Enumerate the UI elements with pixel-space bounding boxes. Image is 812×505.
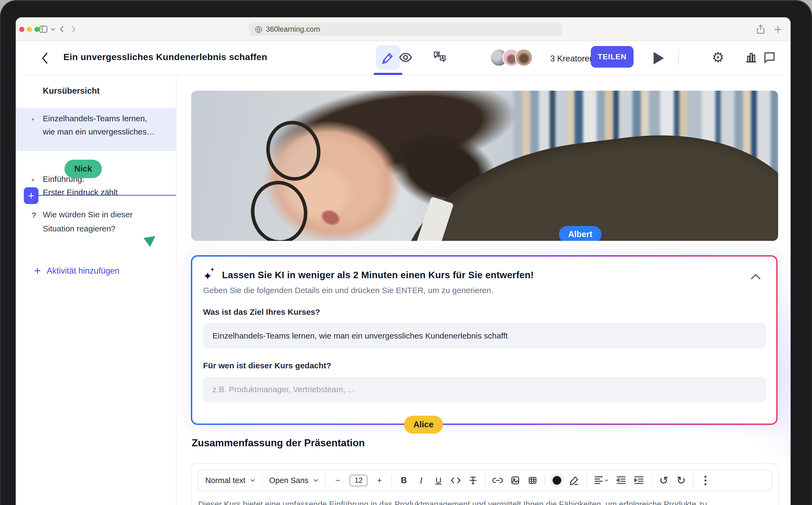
highlight-button[interactable]	[569, 473, 580, 487]
goal-input[interactable]	[203, 323, 766, 349]
insert-image-button[interactable]	[510, 473, 521, 487]
increase-font-size-button[interactable]: +	[374, 473, 385, 487]
course-title: Ein unvergessliches Kundenerlebnis schaf…	[63, 52, 267, 62]
decrease-font-size-button[interactable]: −	[332, 473, 343, 487]
collaborator-cursor-albert: Albert	[559, 226, 601, 241]
header-divider	[678, 50, 679, 65]
new-tab-icon[interactable]	[772, 24, 784, 35]
avatar	[515, 49, 533, 66]
creator-avatars[interactable]	[490, 49, 533, 66]
play-button[interactable]	[654, 52, 664, 64]
sparkle-icon: ✦✦	[203, 269, 215, 281]
collapse-panel-button[interactable]	[750, 273, 761, 280]
tab-preview-mode[interactable]	[396, 48, 415, 67]
course-header: Ein unvergessliches Kundenerlebnis schaf…	[16, 41, 791, 75]
presentation-summary-text[interactable]: Dieser Kurs bietet eine umfassende Einfü…	[198, 498, 764, 505]
minimize-window-button[interactable]	[27, 27, 32, 32]
browser-window: 360learning.com Ein unvergessliches Kund…	[16, 17, 791, 505]
collaborator-cursor-alice: Alice	[404, 416, 443, 434]
underline-button[interactable]: U	[433, 473, 444, 487]
back-nav-icon[interactable]	[57, 24, 68, 35]
paragraph-style-select[interactable]: Normal text	[205, 476, 256, 485]
chevron-down-icon[interactable]	[50, 27, 56, 31]
bold-button[interactable]: B	[398, 473, 409, 487]
creators-count: 3 Kreatoren	[550, 54, 594, 63]
collaborator-cursor-nick: Nick	[64, 160, 102, 178]
ai-panel-subtitle: Geben Sie die folgenden Details ein und …	[203, 286, 766, 295]
highlighter-icon	[569, 475, 580, 486]
section-title: Zusammenfassung der Präsentation	[192, 437, 365, 449]
table-icon	[527, 475, 538, 486]
color-swatch	[553, 476, 561, 485]
ai-course-generator-panel: ✦✦ Lassen Sie KI in weniger als 2 Minute…	[191, 255, 778, 425]
comments-button[interactable]	[760, 48, 779, 67]
chevron-up-icon	[750, 273, 761, 280]
ai-panel-title: Lassen Sie KI in weniger als 2 Minuten e…	[222, 270, 534, 280]
360learning-app: Ein unvergessliches Kundenerlebnis schaf…	[16, 41, 791, 505]
tab-overview-icon[interactable]	[789, 24, 791, 35]
bullet-icon: •	[31, 115, 34, 124]
indent-icon	[633, 476, 645, 485]
content-layout: Kursübersicht • Einzelhandels-Teams lern…	[16, 76, 791, 505]
address-bar[interactable]: 360learning.com	[249, 23, 562, 36]
align-left-icon	[593, 476, 604, 485]
text-color-button[interactable]	[552, 473, 562, 487]
italic-button[interactable]: I	[416, 473, 426, 487]
course-editor-main: Albert ✦✦ Lassen Sie KI in weniger als 2…	[176, 76, 791, 505]
insert-position-line	[38, 195, 176, 196]
redo-button[interactable]: ↻	[676, 473, 686, 487]
strikethrough-button[interactable]	[467, 473, 479, 487]
font-size-value[interactable]: 12	[350, 475, 368, 486]
indent-button[interactable]	[633, 473, 645, 487]
align-select[interactable]	[593, 473, 609, 487]
translate-button[interactable]	[430, 48, 449, 67]
translate-icon	[432, 50, 447, 65]
chevron-down-icon	[313, 479, 319, 482]
audience-field-label: Für wen ist dieser Kurs gedacht?	[203, 361, 766, 370]
device-bezel: 360learning.com Ein unvergessliches Kund…	[0, 0, 812, 505]
browser-toolbar: 360learning.com	[16, 17, 791, 41]
eye-icon	[398, 50, 413, 65]
rich-text-editor: Normal text Open Sans − 12 + B	[191, 463, 779, 505]
share-icon[interactable]	[756, 24, 767, 35]
url-text: 360learning.com	[266, 25, 320, 33]
question-mark-icon: ?	[31, 210, 36, 220]
outdent-button[interactable]	[616, 473, 627, 487]
chevron-down-icon	[604, 479, 609, 482]
insert-activity-button[interactable]: +	[24, 187, 38, 204]
editor-toolbar: Normal text Open Sans − 12 + B	[197, 470, 772, 491]
back-icon[interactable]	[41, 51, 50, 65]
sidebar-heading: Kursübersicht	[43, 86, 100, 96]
outdent-icon	[616, 476, 627, 485]
code-icon	[450, 476, 461, 485]
add-activity-button[interactable]: + Aktivität hinzufügen	[34, 265, 119, 277]
insert-table-button[interactable]	[527, 473, 538, 487]
audience-input[interactable]	[203, 377, 766, 402]
link-icon	[492, 476, 503, 485]
chevron-down-icon	[250, 479, 256, 482]
course-outline-sidebar: Kursübersicht • Einzelhandels-Teams lern…	[16, 76, 176, 505]
code-button[interactable]	[450, 473, 461, 487]
comment-icon	[763, 51, 776, 64]
sidebar-toggle-icon[interactable]	[38, 24, 49, 35]
forward-nav-icon[interactable]	[68, 24, 79, 35]
share-course-button[interactable]: TEILEN	[591, 46, 634, 68]
cursor-pointer-icon	[143, 236, 155, 247]
close-window-button[interactable]	[19, 27, 24, 32]
plus-icon: +	[34, 265, 41, 277]
active-tab-indicator	[374, 73, 402, 75]
settings-button[interactable]: ⚙	[708, 48, 728, 67]
globe-icon	[255, 25, 263, 33]
gear-icon: ⚙	[712, 50, 724, 64]
font-family-select[interactable]: Open Sans	[269, 476, 319, 485]
bar-chart-icon	[744, 51, 758, 64]
sidebar-item-label[interactable]: Einzelhandels-Teams lernen, wie man ein …	[43, 112, 155, 138]
link-button[interactable]	[492, 473, 503, 487]
undo-button[interactable]: ↺	[658, 473, 669, 487]
more-options-button[interactable]	[700, 473, 711, 487]
course-cover-image[interactable]: Albert	[191, 91, 778, 241]
goal-field-label: Was ist das Ziel Ihres Kurses?	[203, 307, 766, 317]
statistics-button[interactable]	[741, 48, 761, 67]
sidebar-item-question[interactable]: Wie würden Sie in dieser Situation reagi…	[43, 207, 133, 236]
bullet-icon: •	[31, 175, 34, 185]
